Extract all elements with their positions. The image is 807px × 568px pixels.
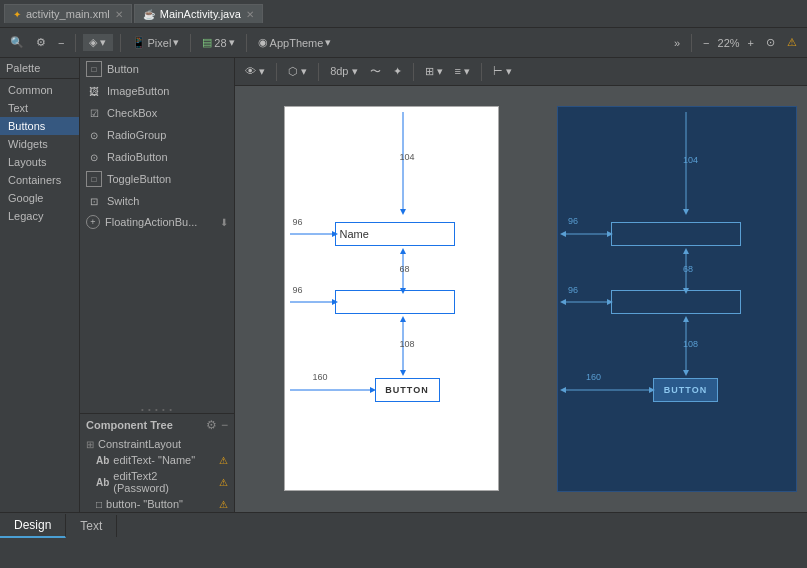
edittext-name-box[interactable]: Name [335,222,455,246]
widget-radiobutton[interactable]: ⊙ RadioButton [80,146,234,168]
dim-108: 108 [400,339,415,349]
margin-button[interactable]: ⊢ ▾ [489,63,516,80]
tab-activity-xml[interactable]: ✦ activity_main.xml ✕ [4,4,132,23]
widget-button[interactable]: □ Button [80,58,234,80]
component-tree: Component Tree ⚙ − ⊞ ConstraintLayout Ab… [80,413,234,512]
fab-icon: + [86,215,100,229]
theme-dropdown[interactable]: ◉ AppTheme ▾ [254,34,336,51]
toolbar-separator-3 [190,34,191,52]
zoom-out-button[interactable]: − [699,35,713,51]
dim-68: 68 [400,264,410,274]
widget-panel: □ Button 🖼 ImageButton ☑ CheckBox ⊙ Radi… [80,58,235,512]
palette-minimize-button[interactable]: − [54,35,68,51]
palette-search-button[interactable]: 🔍 [6,34,28,51]
widget-checkbox-label: CheckBox [107,107,157,119]
curve-button[interactable]: 〜 [366,62,385,81]
xml-icon: ✦ [13,9,21,20]
tab-close-java[interactable]: ✕ [246,9,254,20]
tree-item-edittext2[interactable]: Ab editText2 (Password) ⚠ [80,468,234,496]
theme-picker-button[interactable]: ◈ ▾ [83,34,112,51]
zoom-warning-button[interactable]: ⚠ [783,34,801,51]
left-arrow-3 [285,384,380,396]
togglebutton-icon: □ [86,171,102,187]
device-dropdown[interactable]: 📱 Pixel ▾ [128,34,184,51]
palette-item-text[interactable]: Text [0,99,79,117]
bp-dim-108: 108 [683,339,698,349]
tree-item-constraint-layout[interactable]: ⊞ ConstraintLayout [80,436,234,452]
palette-item-containers[interactable]: Containers [0,171,79,189]
fab-download-icon[interactable]: ⬇ [220,217,228,228]
button-tree-icon: □ [96,499,102,510]
tab-close-xml[interactable]: ✕ [115,9,123,20]
api-dropdown[interactable]: ▤ 28 ▾ [198,34,238,51]
widget-imagebutton[interactable]: 🖼 ImageButton [80,80,234,102]
widget-imagebutton-label: ImageButton [107,85,169,97]
palette-item-common[interactable]: Common [0,81,79,99]
widget-togglebutton[interactable]: □ ToggleButton [80,168,234,190]
widget-radiogroup[interactable]: ⊙ RadioGroup [80,124,234,146]
view-mode-button[interactable]: 👁 ▾ [241,63,269,80]
sparkle-button[interactable]: ✦ [389,63,406,80]
tree-item-edittext-name[interactable]: Ab editText- "Name" ⚠ [80,452,234,468]
tree-item-button[interactable]: □ button- "Button" ⚠ [80,496,234,512]
constraint-layout-label: ConstraintLayout [98,438,181,450]
palette-title: Palette [0,58,79,79]
radiobutton-icon: ⊙ [86,149,102,165]
device-icon: 📱 [132,36,146,49]
component-tree-header: Component Tree ⚙ − [80,414,234,436]
palette-item-widgets[interactable]: Widgets [0,135,79,153]
palette-item-google[interactable]: Google [0,189,79,207]
edittext2-label: editText2 (Password) [113,470,215,494]
imagebutton-icon: 🖼 [86,83,102,99]
warning-icon-edittext2: ⚠ [219,477,228,488]
zoom-fit-button[interactable]: ⊙ [762,34,779,51]
edittext2-icon: Ab [96,477,109,488]
distribute-button[interactable]: ≡ ▾ [451,63,474,80]
warning-icon-button: ⚠ [219,499,228,510]
palette-item-layouts[interactable]: Layouts [0,153,79,171]
widget-list: □ Button 🖼 ImageButton ☑ CheckBox ⊙ Radi… [80,58,234,405]
widget-switch[interactable]: ⊡ Switch [80,190,234,212]
tab-label: activity_main.xml [26,8,110,20]
zoom-in-button[interactable]: + [744,35,758,51]
radiogroup-icon: ⊙ [86,127,102,143]
component-tree-minimize[interactable]: − [221,418,228,432]
bp-edittext-name[interactable] [611,222,741,246]
bp-left-arrow-2 [558,296,616,308]
tab-main-activity-java[interactable]: ☕ MainActivity.java ✕ [134,4,263,23]
palette-section: Common Text Buttons Widgets Layouts Cont… [0,79,79,227]
button-label: button- "Button" [106,498,183,510]
left-arrow-1 [285,228,340,240]
bottom-tab-design[interactable]: Design [0,514,66,538]
palette-settings-button[interactable]: ⚙ [32,34,50,51]
main-layout: Palette Common Text Buttons Widgets Layo… [0,58,807,512]
bp-dim-104: 104 [683,155,698,165]
dim-96-left1: 96 [293,217,303,227]
design-sep-2 [318,63,319,81]
component-tree-settings[interactable]: ⚙ [206,418,217,432]
palette-item-legacy[interactable]: Legacy [0,207,79,225]
align-button[interactable]: ⊞ ▾ [421,63,447,80]
theme-icon: ◉ [258,36,268,49]
dim-104-top: 104 [400,152,415,162]
tab-bar: ✦ activity_main.xml ✕ ☕ MainActivity.jav… [0,0,807,28]
edittext-name-text: Name [340,228,369,240]
dp-dropdown[interactable]: 8dp ▾ [326,63,361,80]
bp-edittext2[interactable] [611,290,741,314]
widget-floatingactionbutton[interactable]: + FloatingActionBu... ⬇ [80,212,234,232]
bottom-tab-text[interactable]: Text [66,515,117,537]
overflow-button[interactable]: » [670,35,684,51]
panel-resize-handle[interactable]: • • • • • [80,405,234,413]
main-toolbar: 🔍 ⚙ − ◈ ▾ 📱 Pixel ▾ ▤ 28 ▾ ◉ AppTheme ▾ … [0,28,807,58]
blueprint-button[interactable]: ⬡ ▾ [284,63,311,80]
palette-item-buttons[interactable]: Buttons [0,117,79,135]
bp-dim-68: 68 [683,264,693,274]
bp-button[interactable]: BUTTON [653,378,718,402]
widget-checkbox[interactable]: ☑ CheckBox [80,102,234,124]
button-box[interactable]: BUTTON [375,378,440,402]
edittext2-box[interactable] [335,290,455,314]
widget-radiogroup-label: RadioGroup [107,129,166,141]
widget-fab-label: FloatingActionBu... [105,216,197,228]
widget-radiobutton-label: RadioButton [107,151,168,163]
component-tree-actions: ⚙ − [206,418,228,432]
